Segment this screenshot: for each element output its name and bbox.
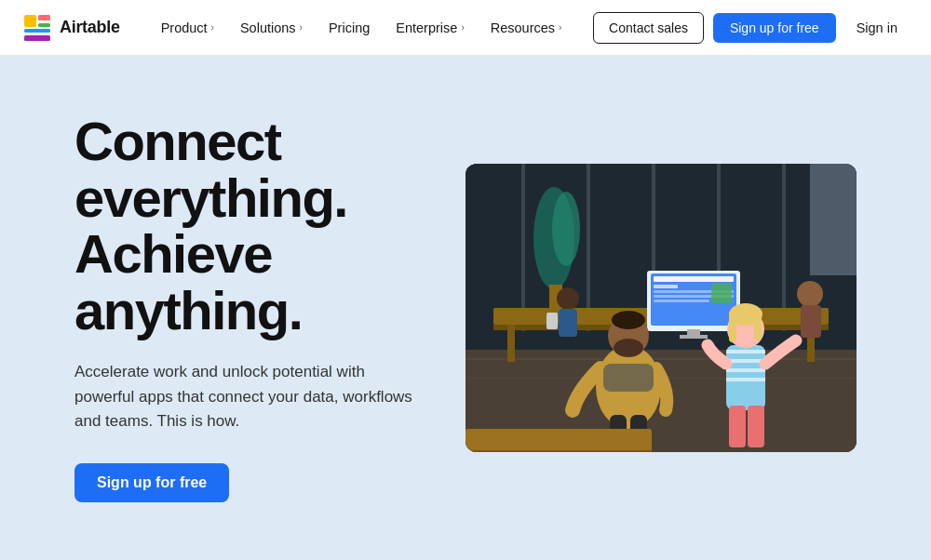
svg-rect-17 (507, 325, 515, 362)
hero-subtitle: Accelerate work and unlock potential wit… (74, 360, 428, 433)
svg-rect-8 (587, 164, 590, 331)
svg-rect-1 (38, 15, 50, 20)
svg-rect-48 (754, 314, 762, 340)
svg-rect-11 (782, 164, 786, 331)
svg-rect-3 (24, 29, 50, 33)
nav-pricing-label: Pricing (329, 20, 370, 35)
svg-rect-0 (24, 15, 36, 27)
logo-text: Airtable (60, 18, 120, 37)
nav-resources-label: Resources (491, 20, 555, 35)
product-chevron-icon: › (211, 22, 214, 33)
nav-product-label: Product (161, 20, 208, 35)
office-scene-svg (466, 164, 857, 452)
svg-rect-43 (726, 368, 765, 372)
signup-button-hero[interactable]: Sign up for free (74, 463, 229, 502)
hero-title: Connect everything. Achieve anything. (74, 113, 428, 340)
airtable-logo-icon (22, 13, 52, 43)
hero-image-container (466, 164, 857, 452)
svg-rect-57 (466, 450, 652, 452)
svg-point-35 (612, 311, 645, 329)
hero-content: Connect everything. Achieve anything. Ac… (74, 113, 466, 503)
svg-rect-23 (654, 276, 734, 282)
signup-button-nav[interactable]: Sign up for free (713, 13, 836, 43)
nav-menu: Product › Solutions › Pricing Enterprise… (150, 13, 593, 43)
svg-rect-7 (521, 164, 525, 331)
resources-chevron-icon: › (559, 22, 561, 33)
svg-rect-49 (729, 406, 746, 447)
svg-rect-56 (466, 429, 652, 452)
nav-item-product[interactable]: Product › (150, 13, 225, 43)
svg-point-30 (552, 192, 580, 266)
navbar: Airtable Product › Solutions › Pricing E… (0, 0, 931, 56)
nav-item-solutions[interactable]: Solutions › (229, 13, 314, 43)
logo-link[interactable]: Airtable (22, 13, 120, 43)
svg-rect-59 (810, 164, 857, 275)
nav-item-enterprise[interactable]: Enterprise › (385, 13, 475, 43)
nav-item-pricing[interactable]: Pricing (317, 13, 381, 43)
solutions-chevron-icon: › (300, 22, 303, 33)
contact-sales-button[interactable]: Contact sales (593, 12, 704, 44)
signin-button[interactable]: Sign in (845, 13, 909, 43)
svg-rect-4 (24, 35, 50, 41)
enterprise-chevron-icon: › (461, 22, 464, 33)
svg-rect-52 (801, 305, 821, 338)
svg-rect-58 (603, 364, 654, 392)
svg-rect-27 (654, 300, 709, 302)
svg-rect-50 (748, 406, 764, 447)
svg-rect-22 (680, 335, 708, 339)
nav-item-resources[interactable]: Resources › (479, 13, 573, 43)
svg-point-34 (614, 339, 643, 357)
hero-office-image (466, 164, 857, 452)
svg-rect-47 (729, 314, 736, 342)
svg-rect-54 (559, 309, 577, 337)
navbar-actions: Contact sales Sign up for free Sign in (593, 12, 909, 44)
svg-rect-28 (711, 283, 732, 303)
nav-solutions-label: Solutions (240, 20, 296, 35)
nav-enterprise-label: Enterprise (396, 20, 457, 35)
svg-point-53 (557, 287, 579, 310)
svg-rect-2 (38, 23, 50, 27)
hero-section: Connect everything. Achieve anything. Ac… (0, 56, 931, 560)
svg-rect-41 (726, 350, 765, 353)
svg-rect-55 (546, 313, 558, 329)
svg-rect-44 (726, 378, 765, 381)
svg-point-51 (797, 281, 823, 307)
svg-rect-24 (654, 285, 678, 288)
